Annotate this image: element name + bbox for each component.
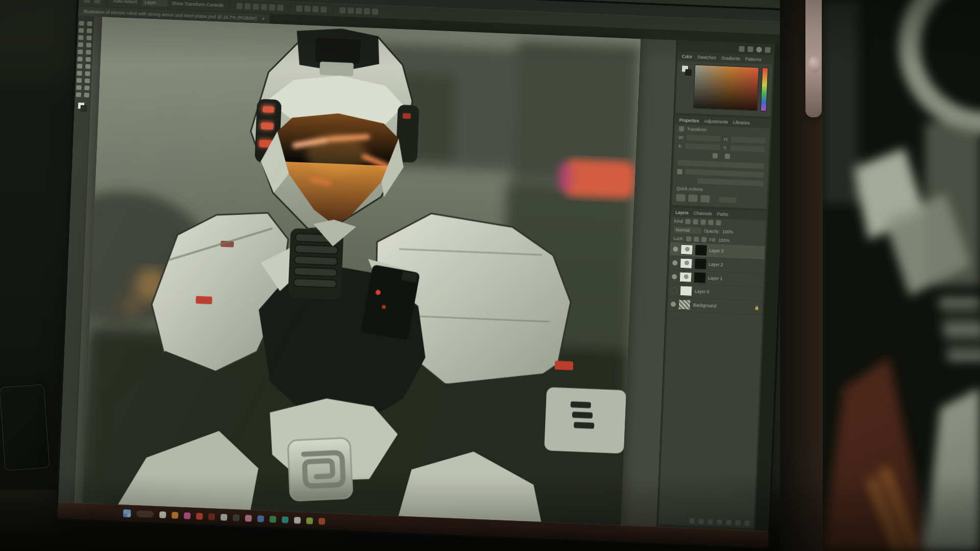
frame-tool[interactable] — [86, 36, 91, 40]
quick-action-dropdown[interactable] — [719, 196, 736, 203]
mode-icon[interactable] — [355, 8, 361, 14]
crop-tool[interactable] — [78, 35, 83, 40]
layer-name[interactable]: Layer 0 — [695, 289, 760, 296]
visibility-eye-icon[interactable] — [672, 274, 677, 279]
panel-expand-icon[interactable] — [765, 47, 770, 53]
quick-action-button-1[interactable] — [676, 194, 685, 202]
quick-action-button-3[interactable] — [700, 195, 710, 203]
tab-color[interactable]: Color — [682, 54, 693, 60]
align-icon[interactable] — [269, 4, 275, 10]
layer-name[interactable]: Layer 2 — [708, 262, 761, 269]
layer-effects-icon[interactable] — [698, 519, 703, 524]
x-field[interactable] — [685, 143, 721, 151]
layer-mask-icon[interactable] — [707, 519, 713, 524]
layer-mask-thumbnail[interactable] — [694, 272, 706, 283]
gradient-tool[interactable] — [77, 64, 82, 68]
history-brush-tool[interactable] — [78, 57, 83, 61]
taskbar-search[interactable] — [136, 510, 154, 517]
y-field[interactable] — [730, 145, 765, 153]
align-icon[interactable] — [236, 3, 242, 9]
align-icon[interactable] — [277, 5, 283, 11]
visibility-eye-icon[interactable] — [673, 246, 678, 252]
layer-mask-thumbnail[interactable] — [695, 259, 706, 269]
taskbar-app-13[interactable] — [306, 517, 313, 524]
distribute-icon[interactable] — [320, 6, 326, 12]
object-selection-tool[interactable] — [87, 29, 92, 33]
home-icon[interactable] — [84, 0, 90, 3]
delete-layer-icon[interactable] — [744, 520, 749, 525]
taskbar-app-6[interactable] — [220, 514, 228, 521]
rotate-icon[interactable] — [713, 153, 718, 158]
marquee-tool[interactable] — [87, 21, 92, 26]
lock-pixels-icon[interactable] — [694, 237, 699, 242]
layer-thumbnail[interactable] — [680, 286, 693, 296]
lock-position-icon[interactable] — [701, 237, 706, 242]
pen-tool[interactable] — [85, 71, 90, 76]
quick-action-button-2[interactable] — [688, 194, 698, 202]
opacity-value[interactable]: 100% — [722, 229, 733, 235]
filter-type-icon[interactable] — [701, 219, 706, 224]
flip-icon[interactable] — [725, 154, 730, 159]
distribute-icons[interactable] — [296, 5, 327, 12]
filter-adjustment-icon[interactable] — [693, 219, 698, 224]
clone-stamp-tool[interactable] — [86, 50, 91, 55]
layer-name[interactable]: Background — [693, 303, 752, 310]
brush-tool[interactable] — [78, 49, 83, 54]
taskbar-app-12[interactable] — [294, 517, 301, 524]
panel-color-swatches[interactable] — [681, 65, 692, 76]
search-icon[interactable] — [739, 46, 744, 52]
new-group-icon[interactable] — [726, 520, 731, 525]
taskbar-app-10[interactable] — [270, 516, 277, 523]
tab-libraries[interactable]: Libraries — [733, 120, 750, 126]
height-field[interactable] — [731, 137, 766, 144]
color-swatches[interactable] — [78, 102, 87, 112]
close-tab-icon[interactable]: × — [262, 16, 265, 21]
align-icons[interactable] — [236, 3, 283, 11]
fill-value[interactable]: 100% — [719, 238, 730, 243]
eyedropper-tool[interactable] — [78, 42, 83, 47]
taskbar-app-8[interactable] — [245, 515, 252, 522]
visibility-eye-icon[interactable] — [672, 260, 677, 265]
canvas-area[interactable] — [74, 16, 676, 527]
background-color-swatch[interactable] — [685, 69, 691, 76]
shape-tool[interactable] — [76, 85, 81, 90]
distribute-icon[interactable] — [312, 6, 318, 12]
start-button[interactable] — [123, 509, 131, 517]
lasso-tool[interactable] — [79, 28, 84, 33]
width-field[interactable] — [687, 135, 721, 142]
avatar[interactable] — [756, 46, 762, 52]
distribute-icon[interactable] — [304, 6, 310, 12]
auto-select-dropdown[interactable]: Layer — [142, 0, 167, 7]
taskbar-app-2[interactable] — [172, 512, 179, 519]
layer-name[interactable]: Layer 3 — [709, 248, 762, 255]
layer-thumbnail[interactable] — [680, 258, 693, 269]
lock-transparent-icon[interactable] — [686, 236, 691, 241]
taskbar-app-3[interactable] — [184, 512, 191, 519]
saturation-square[interactable] — [693, 65, 759, 111]
taskbar-app-14[interactable] — [318, 518, 326, 525]
eraser-tool[interactable] — [86, 57, 91, 62]
distribute-icon[interactable] — [296, 5, 302, 11]
mode-icon[interactable] — [347, 8, 353, 14]
tab-adjustments[interactable]: Adjustments — [704, 118, 728, 124]
tab-layers[interactable]: Layers — [675, 210, 689, 215]
visibility-eye-icon[interactable] — [671, 287, 677, 293]
adjustment-layer-icon[interactable] — [717, 519, 722, 524]
taskbar-app-4[interactable] — [196, 513, 203, 520]
mode-icon[interactable] — [372, 9, 378, 15]
new-layer-icon[interactable] — [735, 520, 740, 525]
healing-brush-tool[interactable] — [86, 43, 91, 47]
blur-tool[interactable] — [85, 64, 90, 69]
hand-tool[interactable] — [84, 86, 89, 90]
tab-patterns[interactable]: Patterns — [745, 57, 762, 62]
layer-thumbnail[interactable] — [680, 244, 693, 255]
tab-properties[interactable]: Properties — [679, 117, 699, 123]
type-tool[interactable] — [77, 78, 82, 83]
layer-name[interactable]: Layer 1 — [708, 276, 761, 283]
layer-thumbnail[interactable] — [678, 299, 691, 310]
layer-thumbnail[interactable] — [679, 272, 692, 283]
blend-mode-dropdown[interactable]: Normal — [674, 227, 701, 234]
taskbar-app-7[interactable] — [233, 514, 240, 521]
taskbar-app-11[interactable] — [282, 516, 289, 523]
visibility-eye-icon[interactable] — [671, 302, 676, 307]
